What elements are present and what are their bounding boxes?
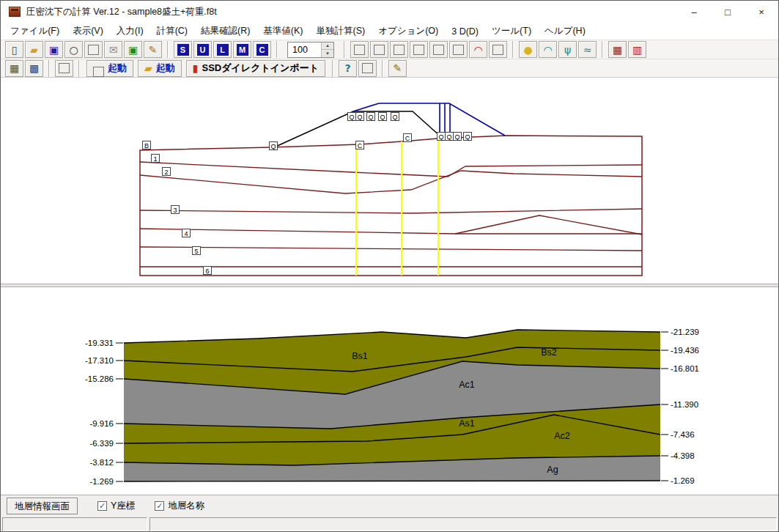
mode-u-icon: U [197,44,209,56]
mode-m-button[interactable]: M [233,41,251,58]
menu-k[interactable]: 基準値(K) [256,23,309,40]
edit-button[interactable]: ✎ [144,41,162,58]
minimize-button[interactable]: – [677,1,711,23]
edit-icons-group: ▦▩ [5,60,43,77]
yellow-ball-button[interactable]: ● [519,41,537,58]
toolbar-separator [78,60,80,77]
right-axis-label: -11.390 [671,400,698,409]
marker-label: 1 [153,155,157,163]
left-axis-label: -9.916 [89,419,114,428]
layer-boundary-line [140,247,642,251]
cross-section-canvas[interactable]: BQCCQQQQQQQQQ123456 [1,78,779,284]
status-bar [1,516,778,532]
close-button[interactable]: × [745,1,778,23]
table-grid-button[interactable]: ▦ [608,41,627,58]
marker-label: B [144,142,149,149]
display-icons-group: ◠ [350,41,507,58]
mail-icon: ✉ [109,45,118,55]
mode-l-button[interactable]: L [213,41,232,58]
app-icon[interactable] [9,7,21,17]
marker-label: Q [368,114,373,121]
print-button[interactable] [84,41,103,58]
tab-layer-info[interactable]: 地層情報画面 [7,498,78,514]
checkbox-layer-name-box[interactable]: ✓ [155,501,164,511]
layer-view-button[interactable] [370,41,388,58]
teal-arc-icon: ◠ [543,45,552,55]
teal-fork-button[interactable]: ψ [558,41,577,58]
teal-wave-icon: ≈ [583,45,592,55]
red-book-button[interactable] [55,60,73,77]
spin-up-icon[interactable]: ▲ [322,43,333,51]
new-doc-button[interactable]: ▯ [5,41,23,58]
layer-name-label: Ag [547,465,558,475]
copy-table-icon: ▩ [29,63,39,73]
left-axis-label: -1.269 [89,477,114,486]
copy-table-button[interactable]: ▩ [25,60,43,77]
help-button[interactable]: ? [339,60,357,77]
red-flag-button[interactable] [429,41,448,58]
launch-folder-button[interactable]: ▰ 起動 [138,60,182,77]
layer-profile-canvas[interactable]: -19.331-17.310-15.286-9.916-6.339-3.812-… [1,287,779,495]
maximize-button[interactable]: □ [711,1,745,23]
checkbox-y-coord-label: Y座標 [111,500,135,512]
layer-boundary-line [455,215,642,234]
open-folder-button[interactable]: ▰ [25,41,43,58]
menu-i[interactable]: 入力(I) [110,23,150,40]
layer-name-label: Bs2 [541,347,557,358]
zoom-icon: ○ [69,45,78,55]
mode-c-button[interactable]: C [253,41,271,58]
monitor-button[interactable] [358,60,377,77]
table-grid2-button[interactable]: ▥ [628,41,646,58]
menu-s[interactable]: 単独計算(S) [310,23,372,40]
print-icon [88,45,99,55]
menu-r[interactable]: 結果確認(R) [194,23,256,40]
rainbow-arc-button[interactable]: ◠ [469,41,487,58]
left-axis-label: -15.286 [85,374,114,383]
spin-down-icon[interactable]: ▼ [322,50,333,57]
ssd-import-label: SSDダイレクトインポート [202,62,319,75]
pen-flag-button[interactable]: ✎ [388,60,407,77]
mode-s-button[interactable]: S [174,41,192,58]
yellow-ball-icon: ● [523,45,532,55]
menu-t[interactable]: ツール(T) [485,23,538,40]
edit-icon: ✎ [149,45,158,55]
dark-stripes-button[interactable] [410,41,428,58]
layer-boundary-line [140,162,642,177]
rainbow-arc-icon: ◠ [473,45,482,55]
teal-arc-button[interactable]: ◠ [539,41,557,58]
menu-3dd[interactable]: 3 D(D) [445,24,485,39]
red-chart-button[interactable] [489,41,507,58]
checkbox-layer-name[interactable]: ✓ 地層名称 [155,500,204,512]
red-stripes-button[interactable] [390,41,408,58]
menu-f[interactable]: ファイル(F) [4,23,66,40]
zoom-button[interactable]: ○ [64,41,83,58]
launch-print-label: 起動 [108,62,127,75]
mode-u-button[interactable]: U [193,41,212,58]
save-green-button[interactable]: ▣ [124,41,142,58]
checkbox-y-coord-box[interactable]: ✓ [97,501,107,511]
menu-h[interactable]: ヘルプ(H) [538,23,592,40]
zoom-spinner[interactable]: 100 ▲ ▼ [287,42,334,58]
toolbar-separator [276,41,278,58]
edit-table-button[interactable]: ▦ [5,60,23,77]
window-title: 圧密沈下の計算 Ver.12 - sample8盛土+荷重.f8t [26,6,217,18]
marker-label: Q [349,114,354,121]
gray-stripes-icon [453,45,464,55]
left-axis-label: -17.310 [85,356,114,365]
layer-name-label: As1 [459,418,475,429]
ssd-import-button[interactable]: ▮ SSDダイレクトインポート [186,60,325,77]
view-3d-button[interactable] [350,41,369,58]
launch-print-button[interactable]: 起動 [86,60,133,77]
menu-v[interactable]: 表示(V) [66,23,110,40]
mode-l-icon: L [217,44,229,56]
menu-c[interactable]: 計算(C) [150,23,194,40]
gray-stripes-button[interactable] [449,41,468,58]
table-grid-icon: ▦ [613,45,622,55]
zoom-value[interactable]: 100 [288,43,321,57]
soil-outline [140,136,642,276]
teal-wave-button[interactable]: ≈ [578,41,597,58]
checkbox-y-coord[interactable]: ✓ Y座標 [97,500,135,512]
save-button[interactable]: ▣ [45,41,63,58]
mail-button[interactable]: ✉ [104,41,122,58]
menu-o[interactable]: オプション(O) [372,23,445,40]
